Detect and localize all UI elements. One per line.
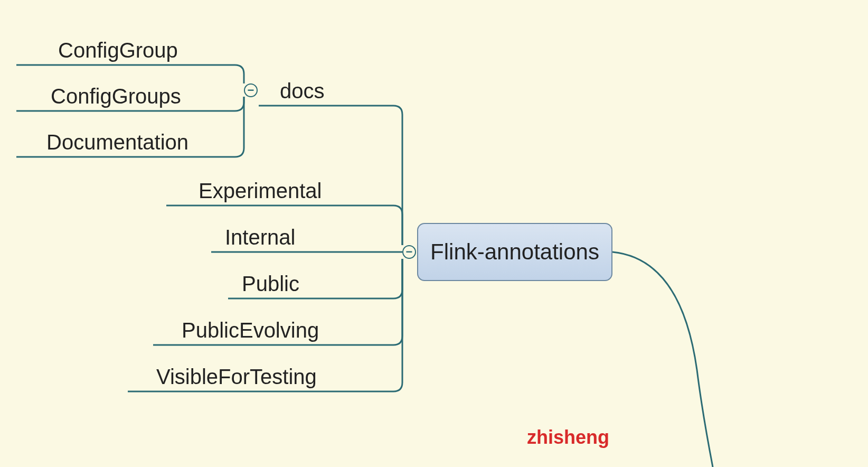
watermark-text: zhisheng <box>527 426 609 448</box>
collapse-glyph: − <box>248 85 254 96</box>
leaf-label: Experimental <box>199 179 322 202</box>
root-node[interactable]: Flink-annotations <box>417 223 612 281</box>
leaf-label: PublicEvolving <box>182 319 319 342</box>
collapse-glyph: − <box>406 246 413 258</box>
leaf-label: Internal <box>225 226 295 249</box>
leaf-experimental[interactable]: Experimental <box>199 179 322 203</box>
leaf-visiblefortesting[interactable]: VisibleForTesting <box>156 365 317 389</box>
leaf-label: ConfigGroups <box>51 85 181 108</box>
leaf-label: Public <box>242 272 299 295</box>
leaf-label: ConfigGroup <box>58 39 178 62</box>
leaf-configgroup[interactable]: ConfigGroup <box>58 39 178 62</box>
root-label: Flink-annotations <box>430 239 599 265</box>
branch-docs-label: docs <box>280 79 325 102</box>
leaf-configgroups[interactable]: ConfigGroups <box>51 85 181 108</box>
watermark: zhisheng <box>527 426 609 449</box>
leaf-label: VisibleForTesting <box>156 365 317 388</box>
collapse-docs-icon[interactable]: − <box>244 83 258 97</box>
leaf-documentation[interactable]: Documentation <box>46 130 188 154</box>
leaf-label: Documentation <box>46 130 188 154</box>
leaf-internal[interactable]: Internal <box>225 226 295 249</box>
leaf-publicevolving[interactable]: PublicEvolving <box>182 319 319 342</box>
collapse-root-icon[interactable]: − <box>402 245 416 259</box>
branch-docs[interactable]: docs <box>280 79 325 103</box>
leaf-public[interactable]: Public <box>242 272 299 296</box>
